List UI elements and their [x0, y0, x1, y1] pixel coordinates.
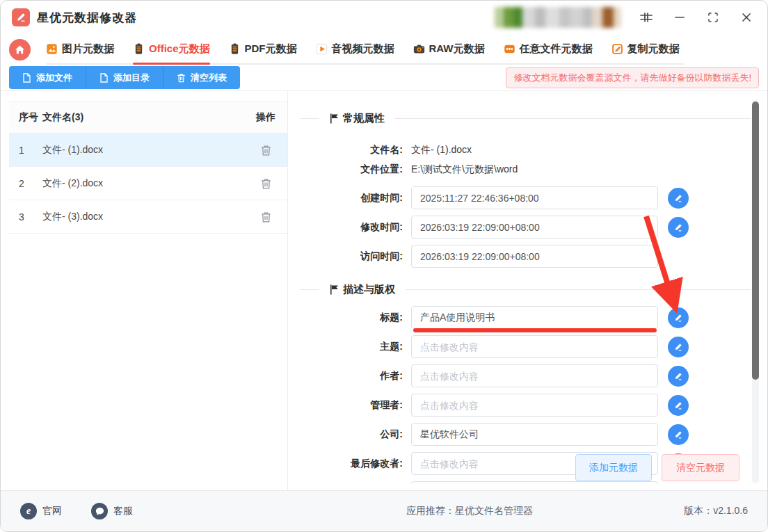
edit-title-button[interactable] — [668, 307, 689, 328]
support-link[interactable]: 客服 — [91, 503, 133, 519]
tab-label: 音视频元数据 — [332, 42, 394, 56]
add-folder-button[interactable]: 添加目录 — [86, 66, 163, 89]
company-input[interactable] — [411, 423, 658, 446]
tab-label: Office元数据 — [149, 42, 210, 56]
website-link[interactable]: e 官网 — [20, 503, 62, 519]
support-label: 客服 — [113, 505, 133, 517]
scrollbar-thumb[interactable] — [752, 102, 759, 380]
clear-list-button[interactable]: 清空列表 — [163, 66, 240, 89]
pencil-icon — [673, 430, 683, 440]
tab-office-metadata[interactable]: Office元数据 — [133, 34, 210, 63]
field-row-filename: 文件名: 文件- (1).docx — [300, 140, 751, 160]
field-label: 最后修改者: — [300, 458, 411, 470]
tab-copy-metadata[interactable]: 复制元数据 — [611, 34, 680, 63]
modified-time-input[interactable] — [411, 216, 658, 239]
metadata-detail-panel: 常规属性 文件名: 文件- (1).docx 文件位置: E:\测试文件\元数据… — [300, 91, 751, 484]
divider — [300, 118, 319, 119]
app-recommendation[interactable]: 应用推荐：星优文件名管理器 — [406, 505, 533, 517]
minimize-button[interactable] — [671, 9, 688, 26]
pencil-icon — [673, 223, 683, 232]
tab-pdf-metadata[interactable]: PDF元数据 — [229, 34, 297, 63]
section-description-header: 描述与版权 — [300, 283, 751, 296]
table-row[interactable]: 1 文件- (1).docx — [9, 134, 287, 167]
delete-file-button[interactable] — [259, 143, 273, 158]
field-label: 管理者: — [300, 399, 411, 412]
field-row-location: 文件位置: E:\测试文件\元数据\word — [300, 160, 751, 179]
office-metadata-icon — [133, 43, 145, 55]
image-metadata-icon — [46, 43, 58, 55]
website-icon: e — [20, 503, 37, 519]
created-time-input[interactable] — [411, 186, 658, 209]
add-metadata-button[interactable]: 添加元数据 — [575, 454, 652, 481]
edit-modified-button[interactable] — [668, 217, 689, 238]
row-index: 2 — [9, 178, 42, 189]
field-row-author: 作者: — [300, 364, 751, 387]
subject-input[interactable] — [411, 335, 658, 358]
maximize-button[interactable] — [705, 9, 721, 26]
toolbar: 添加文件 添加目录 清空列表 修改文档元数据会覆盖源文件，请先做好备份以防数据丢… — [1, 65, 767, 91]
clear-metadata-button[interactable]: 清空元数据 — [662, 454, 739, 481]
title-input[interactable] — [411, 306, 658, 329]
edit-created-button[interactable] — [668, 188, 689, 209]
row-filename: 文件- (3).docx — [42, 211, 244, 223]
filename-value: 文件- (1).docx — [411, 144, 472, 156]
promo-banner-blurred[interactable] — [495, 7, 621, 28]
tab-av-metadata[interactable]: 音视频元数据 — [316, 34, 394, 63]
close-button[interactable] — [738, 9, 755, 26]
app-title: 星优元数据修改器 — [37, 10, 137, 26]
accessed-time-input[interactable] — [411, 245, 658, 268]
tab-anyfile-metadata[interactable]: 任意文件元数据 — [504, 34, 593, 63]
pencil-icon — [673, 371, 683, 381]
edit-author-button[interactable] — [668, 366, 689, 387]
delete-file-button[interactable] — [259, 176, 273, 191]
edit-manager-button[interactable] — [668, 395, 689, 416]
section-title: 常规属性 — [343, 112, 385, 125]
file-list-table: 序号 文件名(3) 操作 1 文件- (1).docx 2 文件- (2).do… — [9, 102, 287, 234]
pencil-icon — [673, 401, 683, 410]
scrollbar-track[interactable] — [752, 99, 759, 483]
folder-icon — [99, 73, 109, 83]
add-file-label: 添加文件 — [36, 72, 72, 84]
section-general-header: 常规属性 — [300, 112, 751, 125]
raw-metadata-icon — [413, 43, 425, 55]
tab-label: 任意文件元数据 — [520, 42, 593, 56]
field-row-accessed: 访问时间: — [300, 245, 751, 268]
edit-subject-button[interactable] — [668, 337, 689, 357]
tab-image-metadata[interactable]: 图片元数据 — [46, 34, 114, 63]
add-file-button[interactable]: 添加文件 — [9, 66, 86, 89]
tab-raw-metadata[interactable]: RAW元数据 — [413, 34, 485, 63]
app-window: 星优元数据修改器 — [0, 0, 768, 532]
author-input[interactable] — [411, 364, 658, 387]
table-header-row: 序号 文件名(3) 操作 — [9, 102, 287, 134]
divider — [300, 289, 319, 290]
tab-label: PDF元数据 — [245, 42, 297, 56]
field-label: 作者: — [300, 370, 411, 382]
delete-file-button[interactable] — [259, 209, 273, 225]
table-row[interactable]: 2 文件- (2).docx — [9, 167, 287, 200]
tab-label: RAW元数据 — [429, 42, 485, 56]
edit-company-button[interactable] — [668, 424, 689, 445]
home-button[interactable] — [9, 39, 31, 61]
tab-list: 图片元数据 Office元数据 PDF元数据 音视频元数据 — [46, 34, 684, 65]
annotation-underline — [413, 328, 657, 332]
manager-input[interactable] — [411, 394, 658, 417]
add-folder-label: 添加目录 — [113, 72, 150, 84]
col-header-action: 操作 — [244, 111, 287, 124]
tab-label: 图片元数据 — [62, 42, 114, 56]
av-metadata-icon — [316, 43, 328, 55]
partial-input[interactable] — [411, 481, 658, 484]
settings-icon[interactable] — [638, 9, 655, 26]
field-label: 创建时间: — [300, 192, 411, 204]
field-row-manager: 管理者: — [300, 394, 751, 417]
field-label: 访问时间: — [300, 250, 411, 263]
trash-icon — [177, 73, 186, 83]
app-logo-icon — [12, 8, 30, 26]
pdf-metadata-icon — [229, 43, 241, 55]
table-row[interactable]: 3 文件- (3).docx — [9, 200, 287, 234]
trash-icon — [260, 144, 272, 156]
field-row-company: 公司: — [300, 423, 751, 446]
row-filename: 文件- (1).docx — [42, 144, 244, 156]
divider — [395, 118, 751, 119]
pencil-icon — [673, 342, 683, 352]
trash-icon — [260, 211, 272, 223]
